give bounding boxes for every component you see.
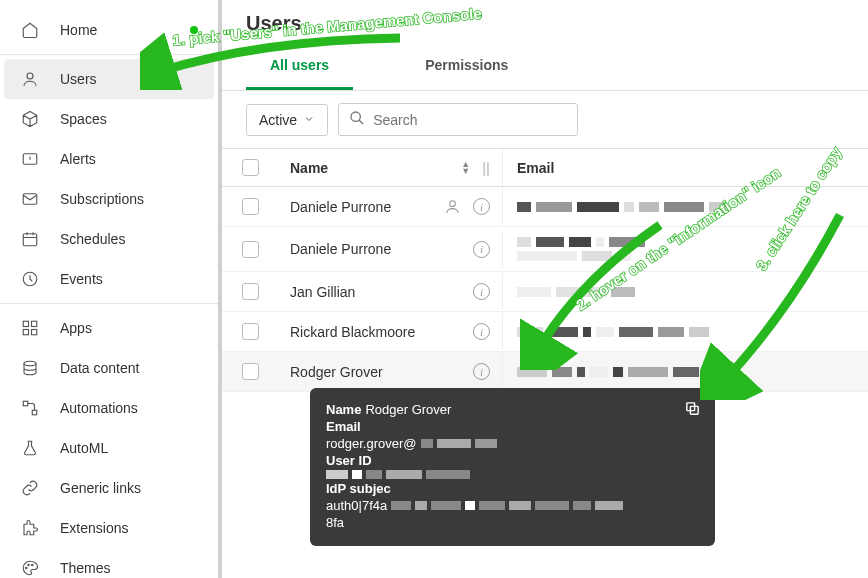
tooltip-idp-value: auth0|7f4a <box>326 498 387 513</box>
user-name: Daniele Purrone <box>290 199 391 215</box>
copy-button[interactable] <box>684 400 701 420</box>
chevron-down-icon <box>303 112 315 128</box>
sidebar-item-label: Events <box>60 271 103 287</box>
svg-rect-6 <box>32 321 37 326</box>
user-icon <box>20 69 40 89</box>
svg-rect-10 <box>23 401 28 406</box>
email-cell <box>503 357 868 387</box>
info-icon[interactable]: i <box>473 283 490 300</box>
flask-icon <box>20 438 40 458</box>
column-header-email[interactable]: Email <box>503 149 868 186</box>
sidebar-item-label: Automations <box>60 400 138 416</box>
puzzle-icon <box>20 518 40 538</box>
search-input[interactable] <box>373 112 567 128</box>
sidebar-item-label: Spaces <box>60 111 107 127</box>
page-title: Users <box>222 0 868 43</box>
sidebar-item-label: AutoML <box>60 440 108 456</box>
sort-icon: ▲▼ <box>461 161 470 175</box>
table-row[interactable]: Rickard Blackmoorei <box>222 312 868 352</box>
filter-dropdown[interactable]: Active <box>246 104 328 136</box>
tooltip-email-label: Email <box>326 419 361 434</box>
sidebar-item-users[interactable]: Users <box>4 59 214 99</box>
svg-rect-2 <box>23 194 37 205</box>
info-icon[interactable]: i <box>473 363 490 380</box>
sidebar-item-label: Themes <box>60 560 111 576</box>
users-table: Name ▲▼ || Email Daniele Purrone i Danie… <box>222 148 868 392</box>
mail-icon <box>20 189 40 209</box>
sidebar-item-home[interactable]: Home <box>4 10 214 50</box>
sidebar-item-extensions[interactable]: Extensions <box>4 508 214 548</box>
email-cell <box>503 192 868 222</box>
sidebar-item-generic-links[interactable]: Generic links <box>4 468 214 508</box>
sidebar-item-label: Home <box>60 22 97 38</box>
svg-point-12 <box>26 567 28 569</box>
email-cell <box>503 277 868 307</box>
svg-point-0 <box>27 73 33 79</box>
svg-rect-11 <box>32 410 37 415</box>
sidebar-item-label: Schedules <box>60 231 125 247</box>
row-checkbox[interactable] <box>242 198 259 215</box>
table-row[interactable]: Jan Gilliani <box>222 272 868 312</box>
sidebar-item-themes[interactable]: Themes <box>4 548 214 578</box>
user-name: Daniele Purrone <box>290 241 391 257</box>
sidebar-item-label: Data content <box>60 360 139 376</box>
link-icon <box>20 478 40 498</box>
sidebar-item-spaces[interactable]: Spaces <box>4 99 214 139</box>
svg-point-13 <box>28 564 30 566</box>
tooltip-name-label: Name <box>326 402 361 417</box>
filter-label: Active <box>259 112 297 128</box>
sidebar-item-subscriptions[interactable]: Subscriptions <box>4 179 214 219</box>
sidebar-item-automations[interactable]: Automations <box>4 388 214 428</box>
toolbar: Active <box>222 91 868 148</box>
sidebar-item-label: Users <box>60 71 97 87</box>
status-dot-icon <box>190 26 198 34</box>
svg-point-9 <box>24 361 36 366</box>
row-checkbox[interactable] <box>242 323 259 340</box>
sidebar-item-events[interactable]: Events <box>4 259 214 299</box>
db-icon <box>20 358 40 378</box>
sidebar-item-label: Alerts <box>60 151 96 167</box>
palette-icon <box>20 558 40 578</box>
info-icon[interactable]: i <box>473 198 490 215</box>
svg-point-16 <box>450 201 456 207</box>
clock-icon <box>20 269 40 289</box>
sidebar: Home Users Spaces Alerts Subscriptions <box>0 0 222 578</box>
tooltip-idp-label: IdP subjec <box>326 481 391 496</box>
table-row[interactable]: Daniele Purrone i <box>222 187 868 227</box>
svg-rect-8 <box>32 330 37 335</box>
select-all-checkbox[interactable] <box>242 159 259 176</box>
info-icon[interactable]: i <box>473 241 490 258</box>
sidebar-item-automl[interactable]: AutoML <box>4 428 214 468</box>
column-header-name[interactable]: Name ▲▼ || <box>278 149 503 186</box>
user-name: Rickard Blackmoore <box>290 324 415 340</box>
flow-icon <box>20 398 40 418</box>
tabs: All users Permissions <box>222 43 868 91</box>
cube-icon <box>20 109 40 129</box>
sidebar-item-label: Subscriptions <box>60 191 144 207</box>
tooltip-userid-label: User ID <box>326 453 372 468</box>
tooltip-name-value: Rodger Grover <box>365 402 451 417</box>
sidebar-item-alerts[interactable]: Alerts <box>4 139 214 179</box>
row-checkbox[interactable] <box>242 363 259 380</box>
tab-permissions[interactable]: Permissions <box>401 43 532 90</box>
row-checkbox[interactable] <box>242 241 259 258</box>
grid-icon <box>20 318 40 338</box>
tooltip-email-value: rodger.grover@ <box>326 436 417 451</box>
tab-all-users[interactable]: All users <box>246 43 353 90</box>
sidebar-item-apps[interactable]: Apps <box>4 308 214 348</box>
sidebar-item-label: Generic links <box>60 480 141 496</box>
row-checkbox[interactable] <box>242 283 259 300</box>
table-row[interactable]: Rodger Groveri <box>222 352 868 392</box>
sidebar-item-data-content[interactable]: Data content <box>4 348 214 388</box>
info-icon[interactable]: i <box>473 323 490 340</box>
search-icon <box>349 110 365 129</box>
table-row[interactable]: Daniele Purronei <box>222 227 868 272</box>
svg-point-15 <box>351 112 360 121</box>
search-box[interactable] <box>338 103 578 136</box>
user-name: Rodger Grover <box>290 364 383 380</box>
sidebar-item-label: Apps <box>60 320 92 336</box>
email-cell <box>503 227 868 271</box>
user-name: Jan Gillian <box>290 284 355 300</box>
sidebar-item-schedules[interactable]: Schedules <box>4 219 214 259</box>
email-cell <box>503 317 868 347</box>
